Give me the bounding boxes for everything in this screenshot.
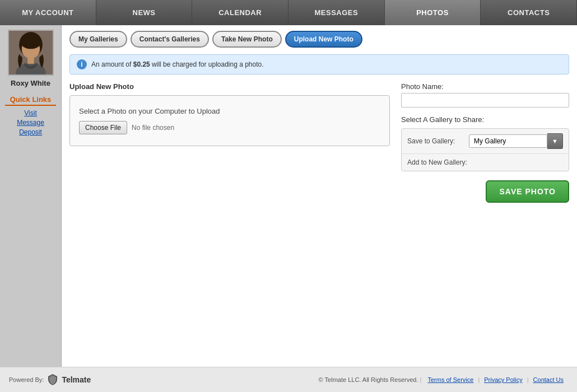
no-file-text: No file chosen — [132, 124, 174, 132]
upload-instruction: Select a Photo on your Computer to Uploa… — [79, 107, 220, 115]
save-to-gallery-row: Save to Gallery: My Gallery ▼ — [402, 129, 569, 154]
gallery-select-wrapper: My Gallery ▼ — [469, 133, 563, 149]
left-column: Upload New Photo Select a Photo on your … — [69, 82, 390, 203]
tab-contacts-galleries[interactable]: Contact's Galleries — [131, 31, 209, 48]
info-icon: i — [77, 59, 87, 69]
gallery-box: Save to Gallery: My Gallery ▼ Add to New… — [401, 128, 569, 171]
sidebar-link-message[interactable]: Message — [17, 119, 44, 127]
contact-us-link[interactable]: Contact Us — [533, 376, 564, 383]
avatar — [8, 30, 54, 76]
privacy-policy-link[interactable]: Privacy Policy — [484, 376, 522, 383]
tab-my-galleries[interactable]: My Galleries — [69, 31, 127, 48]
sidebar-link-visit[interactable]: Visit — [24, 109, 36, 117]
right-column: Photo Name: Select A Gallery to Share: S… — [401, 82, 569, 203]
footer-left: Powered By: Telmate — [9, 374, 91, 386]
info-banner: i An amount of $0.25 will be charged for… — [69, 54, 569, 74]
save-photo-button[interactable]: SAVE PHOTO — [486, 180, 569, 203]
choose-file-button[interactable]: Choose File — [79, 121, 127, 134]
info-text: An amount of $0.25 will be charged for u… — [91, 60, 264, 68]
add-new-gallery-label: Add to New Gallery: — [407, 158, 563, 166]
footer: Powered By: Telmate © Telmate LLC. All R… — [0, 367, 577, 392]
photo-name-input[interactable] — [401, 93, 569, 108]
nav-item-contacts[interactable]: CONTACTS — [481, 0, 577, 25]
copyright-text: © Telmate LLC. All Rights Reserved. — [319, 376, 418, 383]
upload-section-title: Upload New Photo — [69, 82, 390, 91]
form-layout: Upload New Photo Select a Photo on your … — [69, 82, 569, 203]
nav-item-news[interactable]: NEWS — [96, 0, 193, 25]
content-area: My GalleriesContact's GalleriesTake New … — [62, 25, 577, 367]
nav-item-photos[interactable]: PHOTOS — [385, 0, 481, 25]
telmate-shield-icon — [47, 374, 58, 386]
tab-bar: My GalleriesContact's GalleriesTake New … — [69, 31, 569, 48]
tab-upload-new-photo[interactable]: Upload New Photo — [285, 31, 362, 48]
terms-of-service-link[interactable]: Terms of Service — [427, 376, 473, 383]
user-name: Roxy White — [11, 79, 50, 87]
top-nav: MY ACCOUNTNEWSCALENDARMESSAGESPHOTOSCONT… — [0, 0, 577, 25]
gallery-section-label: Select A Gallery to Share: — [401, 115, 569, 124]
upload-box: Select a Photo on your Computer to Uploa… — [69, 95, 390, 146]
add-new-gallery-row: Add to New Gallery: — [402, 154, 569, 171]
powered-by-label: Powered By: — [9, 376, 44, 383]
nav-item-calendar[interactable]: CALENDAR — [192, 0, 288, 25]
sidebar: Roxy White Quick Links Visit Message Dep… — [0, 25, 62, 367]
photo-name-label: Photo Name: — [401, 82, 569, 91]
footer-right: © Telmate LLC. All Rights Reserved. | Te… — [319, 376, 568, 383]
nav-item-messages[interactable]: MESSAGES — [288, 0, 385, 25]
gallery-dropdown[interactable]: My Gallery — [469, 134, 547, 148]
telmate-brand: Telmate — [62, 375, 91, 384]
svg-point-3 — [20, 34, 41, 49]
svg-rect-5 — [27, 57, 34, 64]
save-to-gallery-label: Save to Gallery: — [407, 137, 464, 145]
tab-take-new-photo[interactable]: Take New Photo — [212, 31, 282, 48]
nav-item-my-account[interactable]: MY ACCOUNT — [0, 0, 96, 25]
dropdown-arrow-icon[interactable]: ▼ — [547, 133, 563, 149]
file-input-row: Choose File No file chosen — [79, 121, 174, 134]
quick-links-label: Quick Links — [5, 95, 56, 106]
sidebar-link-deposit[interactable]: Deposit — [19, 128, 42, 136]
